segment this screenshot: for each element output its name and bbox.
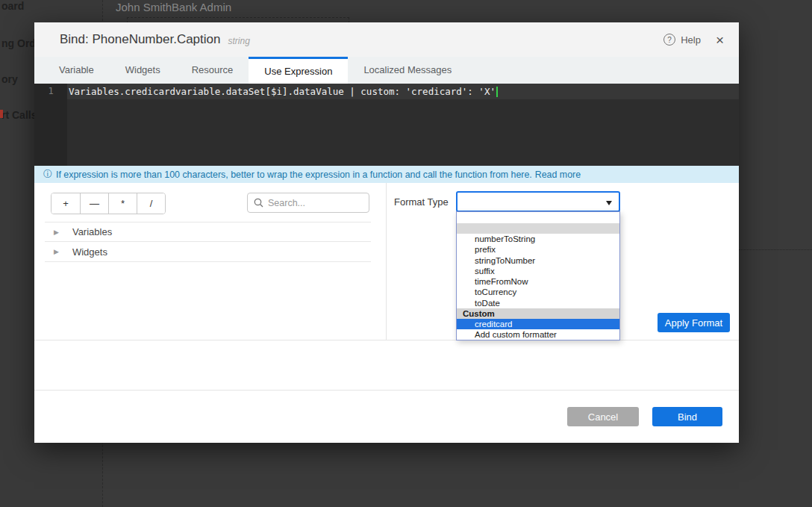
- format-type-select[interactable]: [456, 191, 620, 212]
- dialog-title: Bind: PhoneNumber.Caption: [60, 32, 220, 47]
- dialog-tabs: Variable Widgets Resource Use Expression…: [34, 57, 739, 84]
- format-type-label: Format Type: [394, 196, 449, 208]
- sidebar-item-history: ory: [1, 73, 18, 85]
- dialog-type-label: string: [228, 34, 249, 46]
- tab-use-expression[interactable]: Use Expression: [249, 57, 348, 84]
- info-message: If expression is more than 100 character…: [56, 169, 532, 180]
- dropdown-arrow-icon: [606, 201, 612, 205]
- menu-option-blank[interactable]: [457, 212, 619, 223]
- format-type-menu: numberToString prefix stringToNumber suf…: [456, 211, 620, 340]
- menu-option-suffix[interactable]: suffix: [457, 266, 619, 276]
- tree-item-label: Widgets: [72, 246, 107, 258]
- tab-localized-messages[interactable]: Localized Messages: [348, 57, 467, 84]
- search-input[interactable]: [268, 198, 357, 208]
- menu-option-numbertostring[interactable]: numberToString: [457, 234, 619, 244]
- close-icon[interactable]: ×: [716, 33, 724, 47]
- info-icon: ⓘ: [43, 168, 52, 181]
- search-icon: [254, 198, 263, 208]
- menu-option-creditcard[interactable]: creditcard: [457, 319, 619, 329]
- tab-variable[interactable]: Variable: [43, 57, 110, 84]
- help-label: Help: [681, 34, 701, 46]
- dialog-header: Bind: PhoneNumber.Caption string ? Help …: [34, 22, 739, 57]
- mid-divider: [34, 340, 739, 340]
- tab-widgets[interactable]: Widgets: [110, 57, 176, 84]
- sidebar-item-support-calls: rt Calls: [1, 109, 37, 121]
- expression-tree: ▶ Variables ▶ Widgets: [45, 222, 371, 262]
- chevron-right-icon[interactable]: ▶: [54, 248, 59, 255]
- menu-option-timefromnow[interactable]: timeFromNow: [457, 276, 619, 287]
- chevron-right-icon[interactable]: ▶: [54, 228, 59, 236]
- menu-option-prefix[interactable]: prefix: [457, 244, 619, 255]
- footer-divider: [34, 390, 739, 391]
- minus-operator-button[interactable]: —: [80, 193, 108, 214]
- editor-line-number: 1: [34, 86, 67, 96]
- menu-option-tocurrency[interactable]: toCurrency: [457, 287, 619, 297]
- expression-text: Variables.credicardvariable.dataSet[$i].…: [69, 86, 496, 97]
- expression-editor[interactable]: 1 Variables.credicardvariable.dataSet[$i…: [34, 84, 739, 166]
- plus-operator-button[interactable]: +: [51, 193, 80, 214]
- red-marker: [0, 110, 3, 118]
- multiply-operator-button[interactable]: *: [108, 193, 137, 214]
- bind-dialog: Bind: PhoneNumber.Caption string ? Help …: [34, 22, 739, 443]
- tree-item-label: Variables: [72, 226, 112, 237]
- bind-button[interactable]: Bind: [652, 407, 722, 426]
- panel-divider: [386, 183, 387, 340]
- read-more-link[interactable]: Read more: [535, 169, 581, 180]
- info-bar: ⓘ If expression is more than 100 charact…: [34, 166, 739, 183]
- divide-operator-button[interactable]: /: [137, 193, 165, 214]
- menu-option-stringtonumber[interactable]: stringToNumber: [457, 255, 619, 266]
- text-cursor: [496, 87, 498, 97]
- dialog-body: + — * / ▶ Variables ▶ Widgets Format Typ…: [34, 183, 739, 340]
- expression-code-line[interactable]: Variables.credicardvariable.dataSet[$i].…: [69, 86, 498, 97]
- menu-option-todate[interactable]: toDate: [457, 298, 619, 308]
- tab-resource[interactable]: Resource: [176, 57, 249, 84]
- tree-item-variables[interactable]: ▶ Variables: [45, 222, 371, 242]
- operator-button-group: + — * /: [51, 193, 166, 214]
- help-icon: ?: [663, 34, 675, 46]
- help-button[interactable]: ? Help: [663, 34, 701, 46]
- apply-format-button[interactable]: Apply Format: [658, 313, 730, 332]
- background-dotted-divider: [739, 249, 812, 250]
- cancel-button[interactable]: Cancel: [567, 407, 639, 426]
- menu-group-custom: Custom: [457, 308, 619, 319]
- background-user-text: John SmithBank Admin: [116, 1, 231, 13]
- tree-item-widgets[interactable]: ▶ Widgets: [45, 242, 371, 262]
- menu-option-add-custom-formatter[interactable]: Add custom formatter: [457, 329, 619, 340]
- header-actions: ? Help ×: [663, 22, 724, 57]
- sidebar-item-dashboard: oard: [1, 0, 24, 12]
- menu-option-blank-highlighted[interactable]: [457, 223, 619, 234]
- search-box: [247, 193, 369, 213]
